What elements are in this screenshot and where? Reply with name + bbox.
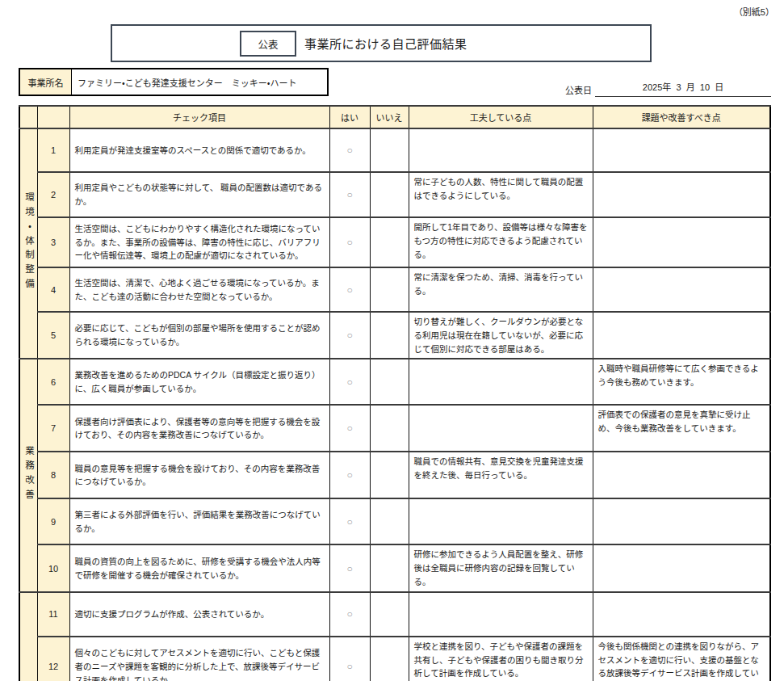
devised-cell — [409, 592, 593, 637]
devised-cell — [409, 128, 593, 172]
table-row: 業務改善6業務改善を進めるためのPDCA サイクル（目標設定と振り返り）に、広く… — [19, 359, 770, 405]
no-mark-cell — [370, 637, 409, 681]
no-mark-cell — [370, 405, 409, 452]
yes-mark-cell: ○ — [329, 592, 370, 637]
table-row: 9第三者による外部評価を行い、評価結果を業務改善につなげているか。○ — [19, 498, 770, 544]
row-number: 5 — [37, 312, 69, 359]
yes-mark-cell: ○ — [329, 637, 370, 681]
category-cell: 環境・体制整備 — [19, 128, 37, 359]
devised-cell: 開所して1年目であり、設備等は様々な障害をもつ方の特性に対応できるよう配慮されて… — [409, 217, 593, 267]
issues-cell — [593, 128, 770, 172]
category-cell: 業務改善 — [19, 359, 37, 591]
row-number: 10 — [37, 544, 69, 591]
table-row: 2利用定員やこどもの状態等に対して、 職員の配置数は適切であるか。○常に子どもの… — [19, 172, 770, 217]
check-item-cell: 職員の資質の向上を図るために、研修を受講する機会や法人内等で研修を開催する機会が… — [69, 544, 329, 591]
yes-mark-cell: ○ — [329, 544, 370, 591]
issues-cell — [593, 544, 770, 591]
row-number: 6 — [37, 359, 69, 405]
no-mark-cell — [370, 592, 409, 637]
table-row: 5必要に応じて、こどもが個別の部屋や場所を使用することが認められる環境になってい… — [19, 312, 770, 359]
self-evaluation-table: チェック項目 はい いいえ 工夫している点 課題や改善すべき点 環境・体制整備1… — [19, 105, 771, 681]
table-row: 10職員の資質の向上を図るために、研修を受講する機会や法人内等で研修を開催する機… — [19, 544, 770, 591]
office-name-box: 事業所名 ファミリー・こども発達支援センター ミッキー・ハート — [19, 68, 329, 96]
no-mark-cell — [370, 267, 409, 312]
category-label: 環境・体制整備 — [24, 192, 34, 293]
check-item-cell: 保護者向け評価表により、保護者等の意向等を把握する機会を設けており、その内容を業… — [69, 405, 329, 452]
row-number: 3 — [37, 217, 69, 267]
no-mark-cell — [370, 452, 409, 498]
no-mark-cell — [370, 544, 409, 591]
header-issues: 課題や改善すべき点 — [593, 106, 770, 128]
issues-cell: 入職時や職員研修等にて広く参画できるよう今後も務めていきます。 — [593, 359, 770, 405]
check-item-cell: 利用定員やこどもの状態等に対して、 職員の配置数は適切であるか。 — [69, 172, 329, 217]
yes-mark-cell: ○ — [329, 267, 370, 312]
publish-date-label: 公表日 — [565, 83, 592, 96]
publish-date-value: 2025年 3 月 10 日 — [595, 80, 771, 97]
check-item-cell: 適切に支援プログラムが作成、公表されているか。 — [69, 592, 329, 637]
yes-mark-cell: ○ — [329, 405, 370, 452]
issues-cell — [593, 172, 770, 217]
yes-mark-cell: ○ — [329, 359, 370, 405]
category-label: 業務改善 — [24, 446, 34, 503]
no-mark-cell — [370, 172, 409, 217]
header-check-item: チェック項目 — [69, 106, 329, 128]
devised-cell: 常に清潔を保つため、清掃、消毒を行っている。 — [409, 267, 593, 312]
check-item-cell: 生活空間は、清潔で、心地よく過ごせる環境になっているか。また、こども達の活動に合… — [69, 267, 329, 312]
yes-mark-cell: ○ — [329, 172, 370, 217]
table-row: 12個々のこどもに対してアセスメントを適切に行い、こどもと保護者のニーズや課題を… — [19, 637, 770, 681]
devised-cell: 常に子どもの人数、特性に関して職員の配置はできるようにしている。 — [409, 172, 593, 217]
issues-cell — [593, 217, 770, 267]
no-mark-cell — [370, 217, 409, 267]
devised-cell — [409, 359, 593, 405]
yes-mark-cell: ○ — [329, 452, 370, 498]
table-row: 3生活空間は、こどもにわかりやすく構造化された環境になっているか。また、事業所の… — [19, 217, 770, 267]
category-cell — [19, 592, 37, 681]
no-mark-cell — [370, 498, 409, 544]
devised-cell — [409, 498, 593, 544]
devised-cell: 研修に参加できるよう人員配置を整え、研修後は全職員に研修内容の記録を回覧している… — [409, 544, 593, 591]
title-box: 公表 事業所における自己評価結果 — [111, 24, 652, 62]
row-number: 2 — [37, 172, 69, 217]
row-number: 1 — [37, 128, 69, 172]
row-number: 4 — [37, 267, 69, 312]
office-name-label: 事業所名 — [20, 69, 72, 95]
check-item-cell: 必要に応じて、こどもが個別の部屋や場所を使用することが認められる環境になっている… — [69, 312, 329, 359]
check-item-cell: 業務改善を進めるためのPDCA サイクル（目標設定と振り返り）に、広く職員が参画… — [69, 359, 329, 405]
office-name-value: ファミリー・こども発達支援センター ミッキー・ハート — [72, 69, 327, 95]
issues-cell — [593, 452, 770, 498]
devised-cell: 職員での情報共有、意見交換を児童発達支援を終えた後、毎日行っている。 — [409, 452, 593, 498]
check-item-cell: 職員の意見等を把握する機会を設けており、その内容を業務改善につなげているか。 — [69, 452, 329, 498]
devised-cell: 切り替えが難しく、クールダウンが必要となる利用児は現在在籍していないが、必要に応… — [409, 312, 593, 359]
table-row: 8職員の意見等を把握する機会を設けており、その内容を業務改善につなげているか。○… — [19, 452, 770, 498]
row-number: 8 — [37, 452, 69, 498]
table-row: 環境・体制整備1利用定員が発達支援室等のスペースとの関係で適切であるか。○ — [19, 128, 770, 172]
issues-cell — [593, 312, 770, 359]
issues-cell — [593, 498, 770, 544]
check-item-cell: 個々のこどもに対してアセスメントを適切に行い、こどもと保護者のニーズや課題を客観… — [69, 637, 329, 681]
attachment-number-label: （別紙5） — [734, 5, 774, 18]
check-item-cell: 第三者による外部評価を行い、評価結果を業務改善につなげているか。 — [69, 498, 329, 544]
row-number: 7 — [37, 405, 69, 452]
table-row: 11適切に支援プログラムが作成、公表されているか。○ — [19, 592, 770, 637]
issues-cell: 評価表での保護者の意見を真摯に受け止め、今後も業務改善をしていきます。 — [593, 405, 770, 452]
yes-mark-cell: ○ — [329, 498, 370, 544]
page-title: 事業所における自己評価結果 — [304, 35, 467, 52]
issues-cell — [593, 267, 770, 312]
header-devised: 工夫している点 — [409, 106, 593, 128]
no-mark-cell — [370, 312, 409, 359]
self-evaluation-sheet: { "page": { "ref_label": "（別紙5）" }, "hea… — [0, 0, 784, 681]
yes-mark-cell: ○ — [329, 128, 370, 172]
no-mark-cell — [370, 128, 409, 172]
yes-mark-cell: ○ — [329, 312, 370, 359]
issues-cell: 今後も関係機関との連携を図りながら、アセスメントを適切に行い、支援の基盤となる放… — [593, 637, 770, 681]
check-item-cell: 利用定員が発達支援室等のスペースとの関係で適切であるか。 — [69, 128, 329, 172]
header-yes: はい — [329, 106, 370, 128]
header-number-cell — [37, 106, 69, 128]
yes-mark-cell: ○ — [329, 217, 370, 267]
devised-cell: 学校と連携を図り、子どもや保護者の課題を共有し、子どもや保護者の困りも聞き取り分… — [409, 637, 593, 681]
row-number: 9 — [37, 498, 69, 544]
table-row: 4生活空間は、清潔で、心地よく過ごせる環境になっているか。また、こども達の活動に… — [19, 267, 770, 312]
row-number: 12 — [37, 637, 69, 681]
devised-cell — [409, 405, 593, 452]
table-row: 7保護者向け評価表により、保護者等の意向等を把握する機会を設けており、その内容を… — [19, 405, 770, 452]
